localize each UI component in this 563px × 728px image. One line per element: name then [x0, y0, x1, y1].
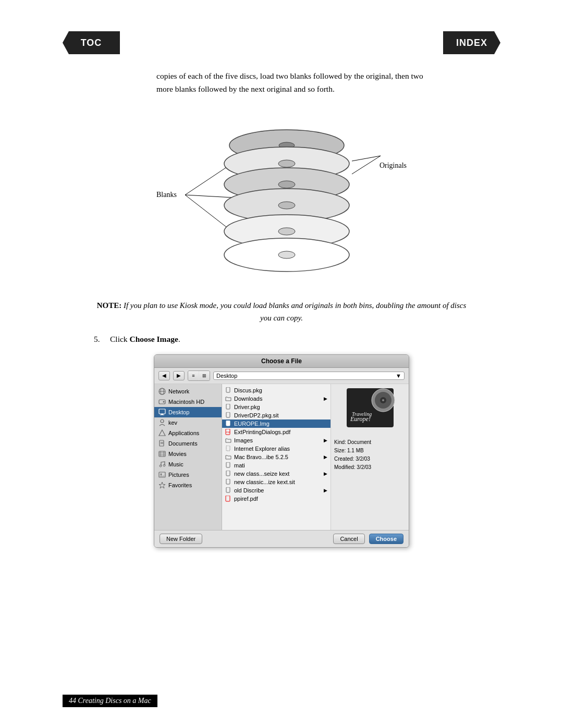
- kind-info: Kind: Document: [334, 438, 406, 447]
- svg-rect-51: [226, 487, 230, 492]
- arrow-icon: ▶: [324, 396, 327, 401]
- documents-icon: [158, 440, 166, 447]
- new-folder-button[interactable]: New Folder: [160, 534, 202, 544]
- file-item-ie-alias[interactable]: Internet Explorer alias: [222, 445, 331, 453]
- file-item-mati[interactable]: mati: [222, 461, 331, 470]
- note-section: NOTE: If you plan to use Kiosk mode, you…: [63, 299, 500, 324]
- sidebar-item-documents[interactable]: Documents: [154, 438, 222, 449]
- sidebar-item-pictures[interactable]: Pictures: [154, 470, 222, 480]
- note-label: NOTE:: [97, 301, 122, 310]
- icon-view-button[interactable]: ⊞: [199, 371, 210, 380]
- sidebar-item-label: Favorites: [168, 482, 192, 488]
- choose-button[interactable]: Choose: [369, 534, 403, 544]
- size-info: Size: 1.1 MB: [334, 447, 406, 455]
- footer-label: 44 Creating Discs on a Mac: [63, 695, 157, 707]
- created-info: Created: 3/2/03: [334, 455, 406, 463]
- arrow-icon: ▶: [324, 471, 327, 476]
- file-icon: [225, 387, 231, 393]
- sidebar-item-network[interactable]: Network: [154, 386, 222, 397]
- index-button[interactable]: INDEX: [443, 31, 500, 54]
- forward-button[interactable]: ▶: [173, 371, 185, 380]
- cancel-button[interactable]: Cancel: [333, 534, 364, 544]
- sidebar-item-kev[interactable]: kev: [154, 417, 222, 428]
- sidebar-item-movies[interactable]: Movies: [154, 449, 222, 459]
- dialog-body: Network Macintosh HD Desktop: [154, 384, 409, 530]
- file-icon: [225, 404, 231, 410]
- sidebar-item-music[interactable]: Music: [154, 459, 222, 470]
- svg-marker-40: [159, 482, 165, 488]
- file-item-extprinting[interactable]: PDF ExtPrintingDialogs.pdf: [222, 428, 331, 436]
- person-icon: [158, 419, 166, 426]
- file-item-new-class-seize[interactable]: new class...seize kext ▶: [222, 470, 331, 478]
- toc-button[interactable]: TOC: [63, 31, 120, 54]
- svg-line-2: [185, 195, 232, 231]
- sidebar-item-label: Applications: [168, 430, 199, 436]
- file-item-old-discribe[interactable]: old Discribe ▶: [222, 486, 331, 495]
- svg-rect-44: [226, 421, 230, 426]
- file-item-downloads[interactable]: Downloads ▶: [222, 394, 331, 403]
- file-item-driver[interactable]: Driver.pkg: [222, 403, 331, 411]
- list-view-button[interactable]: ≡: [188, 371, 199, 380]
- dialog-titlebar: Choose a File: [154, 355, 409, 368]
- svg-rect-41: [226, 387, 230, 392]
- intro-text: copies of each of the five discs, load t…: [156, 70, 427, 96]
- svg-marker-39: [159, 475, 165, 477]
- modified-info: Modified: 3/2/03: [334, 463, 406, 472]
- sidebar-pane: Network Macintosh HD Desktop: [154, 384, 222, 530]
- sidebar-item-desktop[interactable]: Desktop: [154, 407, 222, 417]
- svg-text:Europe!: Europe!: [350, 415, 371, 423]
- music-icon: [158, 461, 166, 468]
- file-item-ppiref[interactable]: ppiref.pdf: [222, 495, 331, 503]
- sidebar-item-label: Macintosh HD: [168, 399, 204, 405]
- svg-point-12: [278, 202, 295, 209]
- choose-file-dialog: Choose a File ◀ ▶ ≡ ⊞ Desktop ▼: [154, 354, 409, 548]
- step-5-section: 5. Click Choose Image.: [94, 335, 500, 344]
- pdf-icon: [225, 496, 231, 502]
- sidebar-item-favorites[interactable]: Favorites: [154, 480, 222, 490]
- file-item-images[interactable]: Images ▶: [222, 436, 331, 445]
- svg-text:PDF: PDF: [226, 431, 231, 434]
- page: TOC INDEX copies of each of the five dis…: [0, 0, 563, 728]
- disc-illustration: [151, 112, 412, 278]
- info-text: Kind: Document Size: 1.1 MB Created: 3/2…: [334, 438, 406, 472]
- svg-point-57: [382, 399, 384, 401]
- info-pane: Traveling Europe! Kind: Document Size: 1…: [331, 384, 409, 530]
- svg-rect-49: [226, 471, 230, 476]
- file-item-europe-img[interactable]: EUROPE.Img: [222, 419, 331, 428]
- svg-rect-52: [226, 496, 230, 501]
- dropdown-arrow-icon: ▼: [396, 373, 401, 379]
- sidebar-item-label: Desktop: [168, 409, 189, 415]
- file-icon: [225, 471, 231, 477]
- sidebar-item-macintosh-hd[interactable]: Macintosh HD: [154, 397, 222, 407]
- file-item-new-classic-ize[interactable]: new classic...ize kext.sit: [222, 478, 331, 486]
- sidebar-item-label: Documents: [168, 440, 198, 447]
- note-text: If you plan to use Kiosk mode, you could…: [124, 301, 466, 322]
- action-buttons: Cancel Choose: [333, 534, 403, 544]
- cd-thumbnail: Traveling Europe!: [344, 387, 396, 434]
- file-item-mac-bravo[interactable]: Mac Bravo...ibe 5.2.5 ▶: [222, 453, 331, 461]
- file-selected-icon: [225, 421, 231, 427]
- dialog-footer: New Folder Cancel Choose: [154, 530, 409, 547]
- file-item-driverdp2[interactable]: DriverDP2.pkg.sit: [222, 411, 331, 419]
- svg-point-16: [278, 251, 295, 258]
- svg-line-0: [185, 164, 232, 195]
- svg-point-25: [161, 419, 164, 423]
- sidebar-item-applications[interactable]: Applications: [154, 428, 222, 438]
- dialog-title: Choose a File: [261, 357, 302, 365]
- svg-rect-48: [226, 462, 230, 467]
- file-item-discus[interactable]: Discus.pkg: [222, 386, 331, 394]
- apps-icon: [158, 429, 166, 437]
- folder-icon: [225, 454, 231, 460]
- back-button[interactable]: ◀: [158, 371, 170, 380]
- svg-point-21: [163, 401, 165, 402]
- svg-rect-22: [159, 409, 165, 414]
- location-dropdown[interactable]: Desktop ▼: [213, 372, 405, 380]
- index-label: INDEX: [456, 38, 487, 48]
- svg-line-1: [185, 195, 232, 198]
- disc-diagram: Blanks Originals: [63, 112, 500, 278]
- file-pane: Discus.pkg Downloads ▶ Driver.pkg Driver…: [222, 384, 331, 530]
- file-icon: [225, 462, 231, 468]
- svg-rect-50: [226, 479, 230, 484]
- pdf-icon: PDF: [225, 429, 231, 435]
- arrow-icon: ▶: [324, 454, 327, 460]
